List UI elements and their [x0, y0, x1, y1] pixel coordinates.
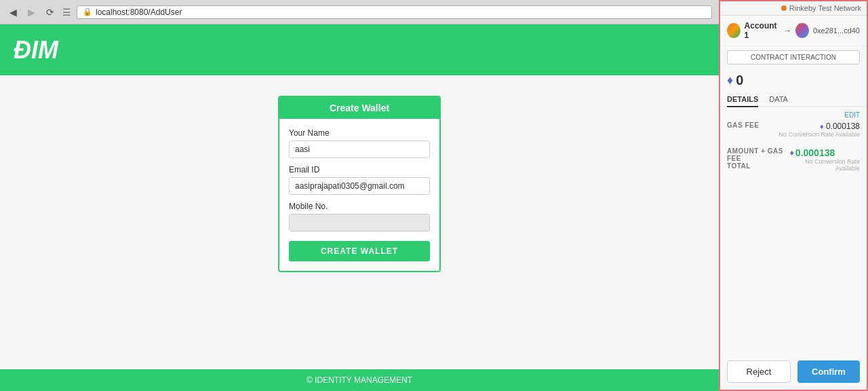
app-footer: © IDENTITY MANAGEMENT — [0, 369, 719, 391]
reload-button[interactable]: ⟳ — [43, 5, 57, 19]
eth-balance: ♦ 0 — [720, 69, 867, 92]
network-name: Rinkeby Test Network — [789, 4, 861, 12]
app-body: Create Wallet Your Name Email ID Mobile … — [0, 75, 719, 369]
account-name: Account 1 — [745, 21, 780, 40]
gas-fee-eth-icon: ♦ — [820, 122, 824, 130]
metamask-panel: Rinkeby Test Network Account 1 → 0xe281.… — [719, 0, 868, 391]
account-icon — [727, 23, 741, 38]
wallet-form: Create Wallet Your Name Email ID Mobile … — [278, 96, 441, 272]
forward-button[interactable]: ▶ — [25, 5, 38, 19]
edit-link[interactable]: EDIT — [727, 111, 860, 119]
name-label: Your Name — [289, 128, 430, 138]
back-button[interactable]: ◀ — [7, 5, 20, 19]
url-text: localhost:8080/AddUser — [96, 7, 182, 17]
app-logo: ÐIM — [14, 36, 58, 64]
bookmark-button[interactable]: ☰ — [62, 7, 71, 18]
total-label: TOTAL — [727, 162, 790, 170]
total-value: ♦ 0.000138 — [790, 147, 860, 158]
details-tabs: DETAILS DATA — [720, 92, 867, 107]
create-wallet-button[interactable]: CREATE WALLET — [289, 241, 430, 261]
email-input[interactable] — [289, 177, 430, 195]
eth-symbol-large: ♦ — [727, 73, 733, 88]
contract-interaction-button[interactable]: CONTRACT INTERACTION — [727, 50, 860, 64]
confirm-button[interactable]: Confirm — [797, 360, 860, 383]
account-addr-icon — [795, 23, 809, 38]
mobile-label: Mobile No. — [289, 202, 430, 211]
gas-fee-conversion: No Conversion Rate Available — [779, 131, 860, 138]
action-buttons: Reject Confirm — [720, 354, 867, 390]
wallet-form-body: Your Name Email ID Mobile No. CREATE WAL… — [279, 119, 439, 271]
app-header: ÐIM — [0, 24, 719, 75]
gas-fee-amount: 0.000138 — [826, 122, 860, 131]
email-label: Email ID — [289, 165, 430, 174]
gas-fee-label: GAS FEE — [727, 122, 759, 129]
amount-gas-label: AMOUNT + GAS FEE — [727, 147, 790, 162]
mobile-input[interactable] — [289, 214, 430, 231]
details-section: EDIT GAS FEE ♦ 0.000138 No Conversion Ra… — [720, 107, 867, 176]
balance-value: 0 — [736, 73, 743, 88]
account-row: Account 1 → 0xe281...cd40 — [720, 16, 867, 46]
total-eth-icon: ♦ — [790, 148, 794, 157]
tab-data[interactable]: DATA — [769, 92, 788, 107]
address-bar[interactable]: 🔒 localhost:8080/AddUser — [77, 5, 712, 19]
account-address: 0xe281...cd40 — [813, 26, 860, 35]
total-row: AMOUNT + GAS FEE TOTAL ♦ 0.000138 No Con… — [727, 143, 860, 172]
lock-icon: 🔒 — [83, 7, 92, 16]
tab-details[interactable]: DETAILS — [727, 92, 758, 107]
browser-chrome: ◀ ▶ ⟳ ☰ 🔒 localhost:8080/AddUser — [0, 0, 719, 24]
gas-fee-row: GAS FEE ♦ 0.000138 No Conversion Rate Av… — [727, 122, 860, 138]
name-input[interactable] — [289, 141, 430, 158]
arrow-icon: → — [783, 26, 791, 35]
total-conversion: No Conversion Rate Available — [790, 158, 860, 172]
footer-text: © IDENTITY MANAGEMENT — [307, 375, 412, 385]
wallet-form-title: Create Wallet — [279, 97, 439, 119]
metamask-topbar: Rinkeby Test Network — [720, 1, 867, 16]
network-status-dot — [781, 5, 787, 11]
gas-fee-value: ♦ 0.000138 — [779, 122, 860, 131]
reject-button[interactable]: Reject — [727, 360, 791, 383]
total-amount: 0.000138 — [795, 147, 835, 158]
